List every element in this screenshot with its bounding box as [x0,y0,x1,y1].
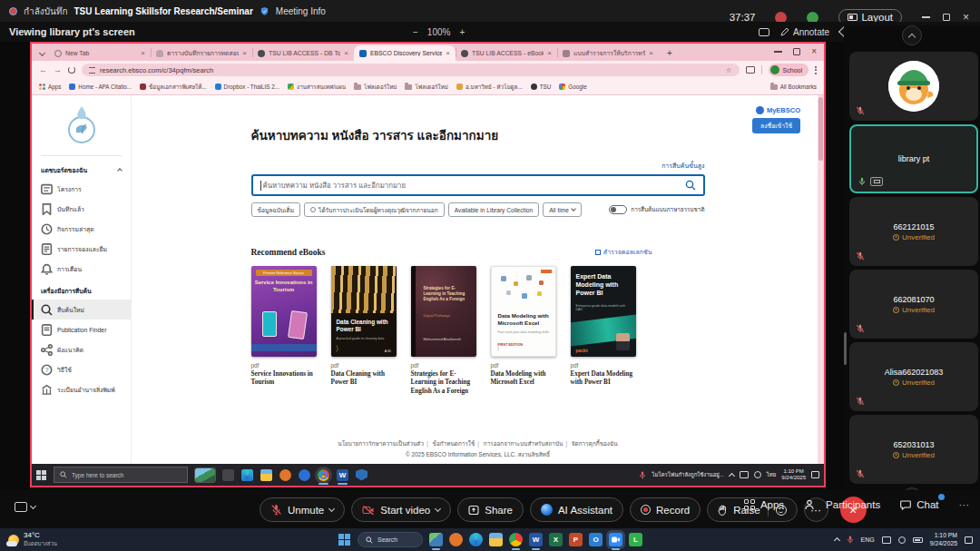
tab-close-icon[interactable]: × [344,50,348,57]
zoom-out-button[interactable]: − [413,27,418,37]
chevron-down-icon[interactable] [328,506,335,512]
taskbar-clock[interactable]: 1:10 PM 9/24/2025 [930,532,957,548]
captions-button[interactable] [15,502,35,512]
footer-link-privacy[interactable]: นโยบายการรักษาความเป็นส่วนตัว [338,440,424,447]
tab-close-icon[interactable]: × [446,50,450,57]
tab-close-icon[interactable]: × [141,50,145,57]
bookmark-item[interactable]: Google [559,84,586,90]
signin-button[interactable]: ลงชื่อเข้าใช้ [752,118,800,133]
ebook-card[interactable]: Premier Reference Source Service Innovat… [251,266,317,396]
book-title[interactable]: Data Cleaning with Power BI [331,370,397,388]
filter-library-collection[interactable]: Available in Library Collection [448,202,539,217]
ebook-card[interactable]: Strategies for E-Learning in Teaching En… [411,266,476,396]
filter-full-text[interactable]: ข้อมูลฉบับเต็ม [251,202,301,217]
search-box[interactable] [251,174,705,196]
unmute-button[interactable]: Unmute [260,497,345,522]
edge-icon[interactable] [469,533,483,546]
sidebar-item-publication-finder[interactable]: Publication Finder [32,320,131,339]
network-icon[interactable] [740,471,749,478]
participant-tile[interactable] [849,52,978,121]
browser-maximize-button[interactable] [793,48,800,55]
sidebar-item-recent-activity[interactable]: กิจกรรมล่าสุด [32,219,131,239]
new-tab-button[interactable]: + [664,47,675,58]
bookmark-star-icon[interactable]: ☆ [725,66,731,74]
ebook-card[interactable]: Data Cleaning with Power BI A practical … [331,266,397,396]
photos-app-icon[interactable] [429,533,443,546]
excel-icon[interactable]: X [549,533,563,546]
volume-icon[interactable] [898,536,906,544]
participant-tile-active-speaker[interactable]: library pt [849,124,978,193]
file-explorer-icon[interactable] [260,469,272,481]
browser-minimize-button[interactable] [774,51,782,53]
participant-tile[interactable]: 662121015 Unverified [849,197,978,266]
record-button[interactable]: Record [630,497,701,522]
ai-assistant-button[interactable]: AI Assistant [530,497,623,522]
defender-icon[interactable] [356,469,368,481]
sidebar-scrollbar[interactable] [844,332,847,365]
firefox-icon[interactable] [279,469,291,481]
maximize-button[interactable] [943,14,950,21]
bookmark-folder[interactable]: โฟลเดอร์ใหม่ [354,83,397,92]
sidebar-item-help[interactable]: ? วิธีใช้ [32,359,131,379]
url-bar[interactable]: research.ebsco.com/c/34pqfm/search ☆ [82,64,740,76]
advanced-search-link[interactable]: การสืบค้นขั้นสูง [251,161,705,171]
myebsco-button[interactable]: MyEBSCO [756,106,800,114]
dashboard-header[interactable]: แดชบอร์ดของฉัน [32,162,131,179]
sidebar-item-projects[interactable]: โครงการ [32,179,131,199]
apps-shortcut[interactable]: Apps [39,84,61,90]
tab-close-icon[interactable]: × [242,50,247,57]
reload-button[interactable] [68,66,75,74]
minimize-button[interactable] [922,16,930,18]
outlook-icon[interactable]: O [589,533,603,546]
toolbar-more-options[interactable]: ··· [959,499,970,510]
forward-button[interactable]: → [54,65,62,74]
sidebar-item-new-search[interactable]: สืบค้นใหม่ [32,300,131,320]
filter-all-time[interactable]: All time [543,202,582,217]
tab-search-button[interactable] [37,49,46,58]
task-view-icon[interactable] [222,469,234,481]
search-input[interactable] [263,182,685,190]
back-button[interactable]: ← [39,65,47,74]
bookmark-item[interactable]: Home - APA Citatio... [69,84,132,90]
chrome-icon[interactable] [509,533,523,546]
browser-close-button[interactable]: × [811,47,817,56]
notifications-icon[interactable] [965,536,973,544]
annotate-button[interactable]: Annotate [780,27,829,37]
sidebar-collapse-button[interactable] [902,25,922,45]
edge-icon[interactable] [241,469,253,481]
site-settings-icon[interactable] [89,67,95,74]
word-icon[interactable]: W [337,469,348,481]
tab-sheet[interactable]: ตารางบันทึกรายการทดสอบคู่มือออนไล... × [151,45,252,61]
book-title[interactable]: Data Modeling with Microsoft Excel [491,370,556,388]
meeting-info-button[interactable]: Meeting Info [276,6,326,16]
explore-collection-link[interactable]: สำรวจคอลเลกชัน [595,247,652,257]
search-icon[interactable] [685,180,696,191]
bookmark-item[interactable]: งานสารสนเทศ/แผน [288,83,346,92]
sidebar-item-publication-records[interactable]: ระเบียนอำนาจสิ่งพิมพ์ [32,379,131,399]
tray-expand-icon[interactable] [834,537,840,544]
footer-link-terms[interactable]: ข้อกำหนดการใช้ [433,440,475,447]
footer-link-logout[interactable]: การออกจากระบบสำหรับสถาบัน [484,440,564,447]
tray-expand-icon[interactable] [729,472,735,478]
start-button[interactable] [36,470,46,480]
participant-tile[interactable]: 662081070 Unverified [849,270,978,339]
view-options-icon[interactable] [759,28,769,36]
tab-close-icon[interactable]: × [547,50,552,57]
weather-widget[interactable]: 34°C มีแดดบางส่วน [0,531,65,548]
powerpoint-icon[interactable]: P [569,533,583,546]
bookmark-item[interactable]: อ.มหาวิทย์ - หัวโมดูล... [456,83,523,92]
bookmark-item[interactable]: Dropbox - ThaiLIS 2... [215,84,279,90]
word-icon[interactable]: W [529,533,543,546]
apps-button[interactable]: Apps [744,499,784,510]
network-icon[interactable] [882,536,891,544]
tab-close-icon[interactable]: × [649,50,653,57]
natural-language-toggle[interactable] [609,205,627,214]
language-indicator[interactable]: ไทย [767,470,777,479]
participants-button[interactable]: Participants [804,499,880,510]
tab-new-tab[interactable]: New Tab × [49,45,151,61]
browser-menu-icon[interactable] [815,66,817,74]
tab-survey[interactable]: แบบสำรวจการให้บริการทรัพยากรสารฯ... × [557,45,659,61]
side-panel-icon[interactable] [746,66,755,74]
book-title[interactable]: Strategies for E-Learning in Teaching En… [411,370,476,396]
sidebar-item-concept-map[interactable]: ผังแนวคิด [32,339,131,359]
